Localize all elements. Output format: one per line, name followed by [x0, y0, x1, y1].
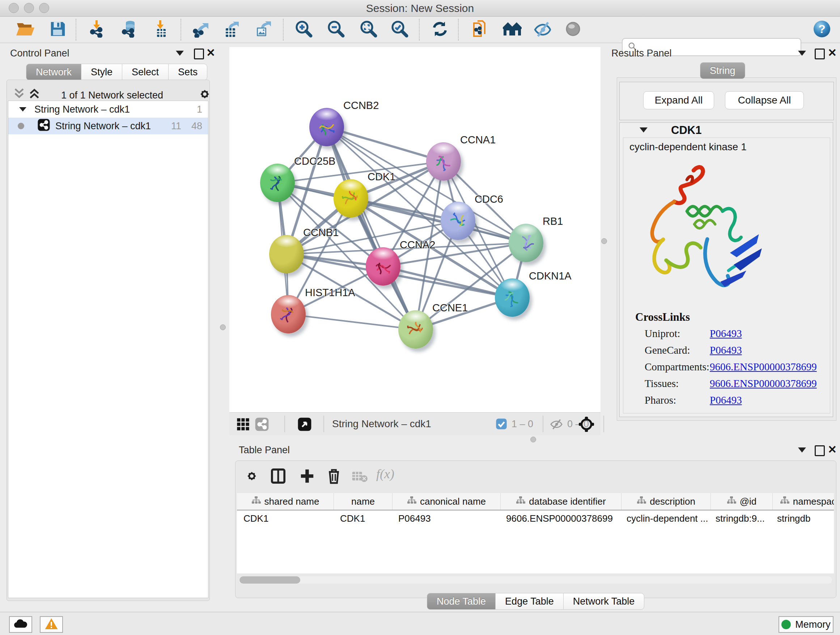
new-network-from-file-button[interactable]: [470, 20, 491, 39]
crosslink-link[interactable]: 9606.ENSP00000378699: [710, 378, 817, 390]
expand-all-networks-icon[interactable]: [28, 88, 41, 101]
network-label: String Network – cdk1: [55, 120, 151, 132]
crosslink-link[interactable]: 9606.ENSP00000378699: [710, 361, 817, 373]
table-panel-float-button[interactable]: [815, 445, 825, 456]
crosslink-link[interactable]: P06493: [710, 328, 742, 340]
table-row[interactable]: CDK1CDK1P064939606.ENSP00000378699cyclin…: [237, 510, 834, 526]
node-CDKN1A[interactable]: [495, 279, 530, 317]
tab-edge-table[interactable]: Edge Table: [495, 593, 564, 610]
tab-network-table[interactable]: Network Table: [563, 593, 645, 610]
tab-sets[interactable]: Sets: [168, 64, 207, 80]
table-cell[interactable]: CDK1: [333, 510, 392, 526]
open-session-button[interactable]: [15, 20, 35, 39]
horizontal-splitter-handle[interactable]: [531, 437, 536, 442]
birdseye-view-icon[interactable]: [578, 416, 595, 434]
zoom-fit-button[interactable]: [358, 20, 379, 39]
crosslink-link[interactable]: P06493: [710, 344, 742, 356]
show-all-button[interactable]: [563, 20, 583, 39]
tab-network[interactable]: Network: [26, 64, 81, 80]
tab-node-table[interactable]: Node Table: [427, 593, 496, 610]
hidden-eye-icon[interactable]: [550, 418, 563, 432]
node-CCNB1[interactable]: [269, 235, 304, 273]
export-table-button[interactable]: [222, 20, 242, 39]
tab-string[interactable]: String: [700, 62, 745, 79]
export-network-button[interactable]: [191, 20, 211, 39]
network-canvas[interactable]: CCNB2CCNA1CDC25BCDK1CDC6RB1CCNB1CCNA2CDK…: [229, 47, 600, 412]
network-row-selected[interactable]: String Network – cdk1 11 48: [8, 118, 208, 134]
node-CDC25B[interactable]: [260, 164, 295, 202]
import-network-file-button[interactable]: [88, 20, 108, 39]
vertical-splitter-handle[interactable]: [220, 325, 226, 330]
node-label-CDKN1A: CDKN1A: [529, 270, 572, 282]
column-header-label: name: [351, 496, 375, 507]
selected-checkbox[interactable]: [496, 418, 507, 431]
crosslink-link[interactable]: P06493: [710, 394, 742, 406]
horizontal-scrollbar-thumb[interactable]: [240, 576, 300, 584]
cloud-button[interactable]: [9, 616, 32, 633]
collapse-all-networks-icon[interactable]: [13, 88, 25, 101]
control-panel-close-button[interactable]: ✕: [206, 48, 215, 57]
network-collection-row[interactable]: String Network – cdk1 1: [8, 101, 208, 118]
table-cell[interactable]: CDK1: [237, 510, 333, 526]
table-panel-menu-caret[interactable]: [798, 448, 806, 453]
tab-style[interactable]: Style: [81, 64, 122, 80]
column-header-database-identifier[interactable]: database identifier: [501, 493, 622, 510]
edge-CCNB2-CCNA1[interactable]: [327, 127, 444, 162]
table-cell[interactable]: stringdb:9...: [709, 510, 771, 526]
grid-view-icon[interactable]: [236, 417, 250, 433]
zoom-out-button[interactable]: [326, 20, 346, 39]
control-panel-menu-caret[interactable]: [176, 51, 184, 56]
node-HIST1H1A[interactable]: [271, 295, 306, 333]
hide-selected-button[interactable]: [532, 20, 553, 39]
add-column-icon[interactable]: [300, 468, 315, 486]
tab-select[interactable]: Select: [122, 64, 169, 80]
import-network-database-button[interactable]: [119, 20, 140, 39]
warnings-button[interactable]: [40, 616, 63, 633]
export-image-button[interactable]: [253, 20, 273, 39]
column-header-shared-name[interactable]: shared name: [237, 493, 334, 510]
zoom-in-button[interactable]: [294, 20, 314, 39]
control-panel-float-button[interactable]: [194, 49, 204, 59]
detach-view-icon[interactable]: [297, 417, 312, 433]
entry-expand-caret[interactable]: [639, 127, 647, 133]
table-cell[interactable]: P06493: [392, 510, 500, 526]
vertical-splitter-handle[interactable]: [601, 238, 607, 244]
node-CCNE1[interactable]: [398, 310, 433, 348]
results-panel-menu-caret[interactable]: [798, 51, 806, 56]
table-panel-close-button[interactable]: ✕: [828, 445, 837, 454]
column-header-name[interactable]: name: [334, 493, 393, 510]
column-header-canonical-name[interactable]: canonical name: [393, 493, 501, 510]
results-panel-float-button[interactable]: [815, 49, 825, 59]
results-panel-close-button[interactable]: ✕: [828, 48, 837, 57]
column-header--id[interactable]: @id: [711, 493, 773, 510]
zoom-selected-button[interactable]: [390, 20, 410, 39]
node-RB1[interactable]: [508, 224, 543, 262]
refresh-button[interactable]: [430, 20, 450, 39]
import-table-file-button[interactable]: [151, 20, 172, 39]
show-columns-icon[interactable]: [271, 468, 286, 486]
collection-expand-caret[interactable]: [19, 107, 27, 111]
table-cell[interactable]: cyclin-dependent ...: [620, 510, 709, 526]
node-CCNA1[interactable]: [426, 142, 461, 181]
node-CDK1[interactable]: [333, 179, 368, 218]
node-label-CDK1: CDK1: [368, 171, 395, 183]
memory-button[interactable]: Memory: [778, 616, 834, 633]
first-neighbors-button[interactable]: [502, 20, 523, 39]
node-CCNB2[interactable]: [309, 108, 344, 146]
edge-CCNE1-HIST1H1A[interactable]: [288, 314, 416, 329]
expand-all-button[interactable]: Expand All: [643, 91, 714, 109]
save-session-button[interactable]: [48, 20, 68, 39]
network-view-icon[interactable]: [255, 417, 269, 433]
table-gear-icon[interactable]: [245, 469, 259, 485]
column-header-namespace[interactable]: namespace: [773, 493, 834, 510]
node-CCNA2[interactable]: [366, 247, 401, 286]
help-button[interactable]: ?: [812, 20, 832, 39]
table-cell[interactable]: stringdb: [771, 510, 834, 526]
horizontal-scrollbar-track[interactable]: [239, 576, 832, 584]
table-cell[interactable]: 9606.ENSP00000378699: [500, 510, 620, 526]
column-header-description[interactable]: description: [622, 493, 711, 510]
delete-column-icon[interactable]: [326, 468, 341, 486]
collapse-all-button[interactable]: Collapse All: [725, 91, 804, 109]
edge-CCNB2-CCNE1[interactable]: [327, 127, 416, 329]
node-CDC6[interactable]: [441, 202, 475, 240]
